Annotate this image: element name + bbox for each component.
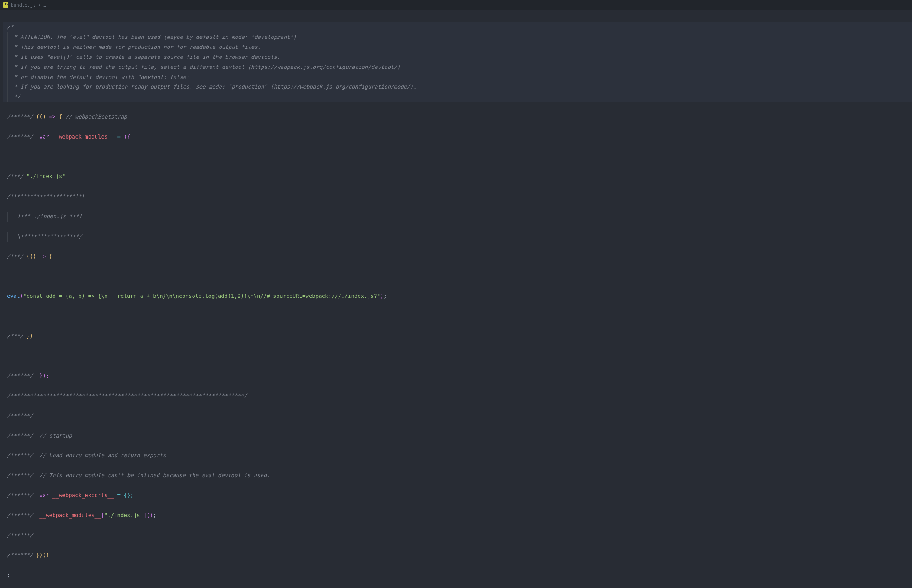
comment-line: * ATTENTION: The "eval" devtool has been… [7,32,905,42]
comment-line: /******/ // Load entry module and return… [7,451,905,461]
comment-line: /******/ // This entry module can't be i… [7,471,905,481]
comment-line: /* [7,22,905,32]
code-line: ; [7,570,905,580]
comment-line: * If you are trying to read the output f… [7,62,905,72]
code-line: /***/ "./index.js": [7,172,905,182]
code-line: /******/ __webpack_modules__["./index.js… [7,511,905,521]
code-line: /***/ }) [7,331,905,341]
comment-line: /******/ // startup [7,431,905,441]
comment-line: !*** ./index.js ***! [7,212,905,222]
code-editor-content[interactable]: /* * ATTENTION: The "eval" devtool has b… [0,10,912,588]
comment-line: /******/ [7,531,905,541]
code-line: /******/ var __webpack_modules__ = ({ [7,132,905,142]
code-line: /***/ (() => { [7,252,905,262]
comment-line: */ [7,92,905,102]
code-line: /******/ var __webpack_exports__ = {}; [7,491,905,501]
separator-comment: /***************************************… [7,391,905,401]
code-line: /******/ }); [7,371,905,381]
devtool-docs-link[interactable]: https://webpack.js.org/configuration/dev… [251,64,397,70]
eval-line: eval("const add = (a, b) => {\n return a… [7,291,905,301]
comment-line: * It uses "eval()" calls to create a sep… [7,52,905,62]
comment-line: * If you are looking for production-read… [7,82,905,92]
comment-line: /*!******************!*\ [7,192,905,202]
blank-line [7,152,905,162]
code-line: /******/ })() [7,550,905,560]
comment-line: \******************/ [7,232,905,242]
comment-line: /******/ [7,411,905,421]
blank-line [7,271,905,281]
breadcrumb: JS bundle.js › … [0,0,912,10]
comment-line: * This devtool is neither made for produ… [7,42,905,52]
blank-line [7,311,905,321]
breadcrumb-filename[interactable]: bundle.js [11,1,36,9]
breadcrumb-separator: › [38,1,41,9]
code-line: /******/ (() => { // webpackBootstrap [7,112,905,122]
breadcrumb-ellipsis[interactable]: … [43,1,46,9]
comment-line: * or disable the default devtool with "d… [7,72,905,82]
blank-line [7,351,905,361]
header-comment: /* * ATTENTION: The "eval" devtool has b… [3,22,912,102]
mode-docs-link[interactable]: https://webpack.js.org/configuration/mod… [274,84,410,90]
javascript-file-icon: JS [3,2,8,8]
